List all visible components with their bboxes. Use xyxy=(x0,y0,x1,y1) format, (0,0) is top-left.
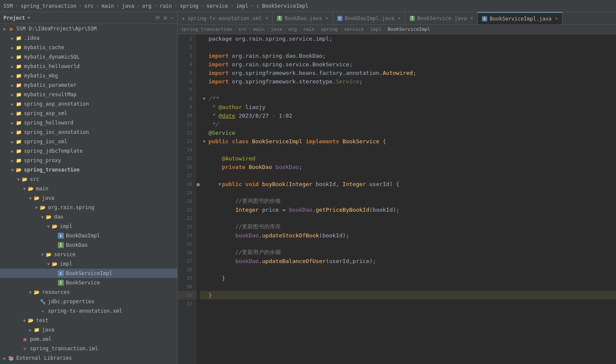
tab-label: BookDaoImpl.java xyxy=(345,15,395,21)
tab-bar: ✦ spring-tx-annotation.xml × I BookDao.j… xyxy=(178,12,616,25)
sidebar-item-mybatis-dynamic[interactable]: ▶ 📁 mybatis_dynamicSQL xyxy=(0,52,177,62)
tab-close-icon[interactable]: × xyxy=(470,15,473,21)
sidebar-item-label: impl xyxy=(60,223,72,229)
expand-arrow: ▶ xyxy=(9,92,15,97)
sidebar-item-spring-jdbc[interactable]: ▶ 📁 spring_jdbcTemplate xyxy=(0,146,177,156)
sidebar-item-label: spring_aop_annotation xyxy=(24,101,89,107)
folder-icon: 📂 xyxy=(33,289,40,296)
sidebar-item-mybatis-hello[interactable]: ▶ 📁 mybatis_helloworld xyxy=(0,62,177,71)
sidebar-item-label: mybatis_parameter xyxy=(24,82,77,88)
folder-icon: 📁 xyxy=(15,82,22,89)
folder-icon: 📂 xyxy=(39,204,46,211)
tab-bookdaoimpl[interactable]: c BookDaoImpl.java × xyxy=(333,12,405,24)
props-icon: 🔧 xyxy=(39,298,46,305)
code-line-1: package org.rain.spring.service.impl; xyxy=(200,34,616,43)
sidebar-item-test-java[interactable]: ▶ 📁 java xyxy=(0,325,177,334)
expand-arrow: ▶ xyxy=(2,27,8,31)
expand-arrow: ▶ xyxy=(9,45,15,50)
sidebar-item-mybatis-cache[interactable]: ▶ 📁 mybatis_cache xyxy=(0,43,177,52)
code-line-11: */ xyxy=(200,120,616,128)
sidebar-item-java[interactable]: ▼ 📂 java xyxy=(0,193,177,203)
sidebar-item-mybatis-param[interactable]: ▶ 📁 mybatis_parameter xyxy=(0,80,177,90)
tab-close-icon[interactable]: × xyxy=(325,15,328,21)
title-main: main xyxy=(101,3,114,9)
sidebar-item-spring-aop-xml[interactable]: ▶ 📁 spring_aop_xml xyxy=(0,109,177,118)
sidebar-item-spring-transaction[interactable]: ▼ 📂 spring_transaction xyxy=(0,165,177,175)
sidebar-item-label: spring_transaction.iml xyxy=(30,346,98,352)
sidebar-item-spring-hello[interactable]: ▶ 📁 spring_helloword xyxy=(0,118,177,127)
chevron-down-icon[interactable]: ▼ xyxy=(28,15,30,20)
settings-icon[interactable]: ⚙ xyxy=(164,15,167,21)
sidebar-item-dao-impl[interactable]: ▼ 📂 impl xyxy=(0,222,177,231)
sidebar-item-label: .idea xyxy=(24,35,39,41)
code-line-24: bookDao.updateStockOfBook(bookId); xyxy=(200,231,616,240)
sidebar-item-spring-xml[interactable]: ✦ spring-tx-annotation.xml xyxy=(0,306,177,316)
code-line-2 xyxy=(200,43,616,51)
sidebar-item-org-rain-spring[interactable]: ▼ 📂 org.rain.spring xyxy=(0,203,177,212)
sidebar-item-jdbc-props[interactable]: 🔧 jdbc.properties xyxy=(0,297,177,306)
java-class-icon: c xyxy=(57,270,64,277)
sidebar-item-ssm[interactable]: ▶ ▣ SSM D:\IdeaProject\Apr\SSM xyxy=(0,24,177,33)
tab-close-icon[interactable]: × xyxy=(555,16,558,21)
sidebar-item-service-impl[interactable]: ▼ 📂 impl xyxy=(0,259,177,269)
sidebar-item-iml[interactable]: ⚙ spring_transaction.iml xyxy=(0,344,177,353)
folder-icon: 📁 xyxy=(15,44,22,51)
expand-arrow: ▶ xyxy=(9,139,15,144)
sidebar-item-label: jdbc.properties xyxy=(48,299,94,305)
folder-icon: 📂 xyxy=(33,195,40,201)
sidebar-item-label: mybatis_cache xyxy=(24,44,64,50)
bc-impl: impl xyxy=(370,27,382,32)
folder-icon: 📁 xyxy=(15,35,22,41)
folder-icon: 📁 xyxy=(15,148,22,154)
sidebar-item-pom[interactable]: ▦ pom.xml xyxy=(0,334,177,344)
sidebar-item-main[interactable]: ▼ 📂 main xyxy=(0,184,177,193)
sidebar-item-idea[interactable]: ▶ 📁 .idea xyxy=(0,33,177,43)
tab-close-icon[interactable]: × xyxy=(265,15,268,21)
sync-icon[interactable]: ⟳ xyxy=(155,15,160,21)
tab-bookdao[interactable]: I BookDao.java × xyxy=(273,12,333,24)
expand-arrow: ▼ xyxy=(39,215,45,219)
sidebar-item-service[interactable]: ▼ 📂 service xyxy=(0,250,177,259)
sidebar-item-spring-proxy[interactable]: ▶ 📁 spring_proxy xyxy=(0,156,177,165)
sidebar-item-spring-ioc-ann[interactable]: ▶ 📁 spring_ioc_annotation xyxy=(0,127,177,137)
sidebar-item-bookserviceimpl[interactable]: c BookServiceImpl xyxy=(0,269,177,278)
sidebar-item-spring-ioc-xml[interactable]: ▶ 📁 spring_ioc_xml xyxy=(0,137,177,146)
sidebar-item-label: test xyxy=(36,317,48,323)
sidebar-item-label: org.rain.spring xyxy=(48,204,94,210)
sidebar-item-label: spring_proxy xyxy=(24,157,61,163)
sidebar-item-label: impl xyxy=(60,261,72,267)
pom-icon: ▦ xyxy=(21,336,28,343)
expand-arrow: ▼ xyxy=(15,177,21,182)
sidebar-item-spring-aop-ann[interactable]: ▶ 📁 spring_aop_annotation xyxy=(0,99,177,109)
sidebar-item-label: mybatis_mbg xyxy=(24,73,58,79)
folder-icon: 📂 xyxy=(21,176,28,183)
sidebar-item-resources[interactable]: ▼ 📂 resources xyxy=(0,287,177,297)
expand-arrow: ▶ xyxy=(9,111,15,116)
tab-bookserviceimpl[interactable]: c BookServiceImpl.java × xyxy=(478,12,562,24)
sidebar-content[interactable]: ▶ ▣ SSM D:\IdeaProject\Apr\SSM ▶ 📁 .idea… xyxy=(0,24,177,364)
code-editor[interactable]: 1 2 3 4 5 6 7 8 9 10 11 12 13 14 15 16 1… xyxy=(178,34,616,364)
minimize-icon[interactable]: — xyxy=(170,15,174,21)
expand-arrow: ▶ xyxy=(9,83,15,88)
bc-src: src xyxy=(238,27,247,32)
tab-bookservice[interactable]: I BookService.java × xyxy=(405,12,478,24)
sidebar-item-test[interactable]: ▼ 📂 test xyxy=(0,316,177,325)
sidebar-item-bookservice[interactable]: I BookService xyxy=(0,278,177,287)
sidebar-item-label: spring_ioc_annotation xyxy=(24,129,89,135)
sidebar-item-mybatis-result[interactable]: ▶ 📁 mybatis_resultMap xyxy=(0,90,177,99)
tab-spring-tx-xml[interactable]: ✦ spring-tx-annotation.xml × xyxy=(178,12,273,24)
sidebar-item-label: SSM D:\IdeaProject\Apr\SSM xyxy=(16,26,97,32)
sidebar-item-ext-libs[interactable]: ▶ 📚 External Libraries xyxy=(0,353,177,363)
sidebar-item-mybatis-mbg[interactable]: ▶ 📁 mybatis_mbg xyxy=(0,71,177,80)
bc-rain: rain xyxy=(303,27,315,32)
sidebar-item-bookdaoimpl[interactable]: c BookDaoImpl xyxy=(0,231,177,240)
main-layout: Project ▼ ⟳ ⚙ — ▶ ▣ SSM D:\IdeaProject\A… xyxy=(0,12,616,364)
sidebar-item-label: mybatis_dynamicSQL xyxy=(24,54,80,60)
tab-close-icon[interactable]: × xyxy=(398,15,401,21)
code-content[interactable]: package org.rain.spring.service.impl; im… xyxy=(196,34,616,364)
sidebar-item-label: BookDaoImpl xyxy=(66,233,100,239)
sidebar-item-dao[interactable]: ▼ 📂 dao xyxy=(0,212,177,222)
tab-label: BookServiceImpl.java xyxy=(490,16,552,22)
sidebar-item-bookdao[interactable]: I BookDao xyxy=(0,240,177,250)
sidebar-item-src[interactable]: ▼ 📂 src xyxy=(0,175,177,184)
